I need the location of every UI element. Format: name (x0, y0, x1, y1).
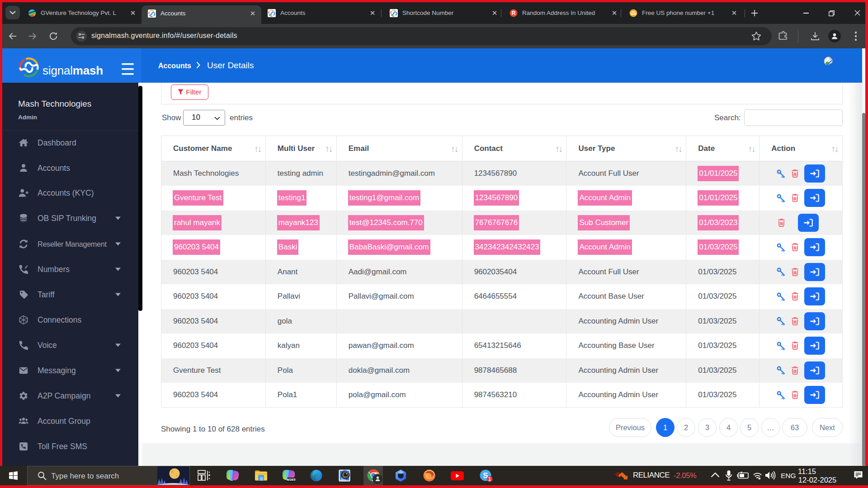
svg-text:1: 1 (488, 476, 491, 482)
svg-text:M365: M365 (287, 478, 296, 482)
svg-text:R: R (512, 10, 516, 16)
